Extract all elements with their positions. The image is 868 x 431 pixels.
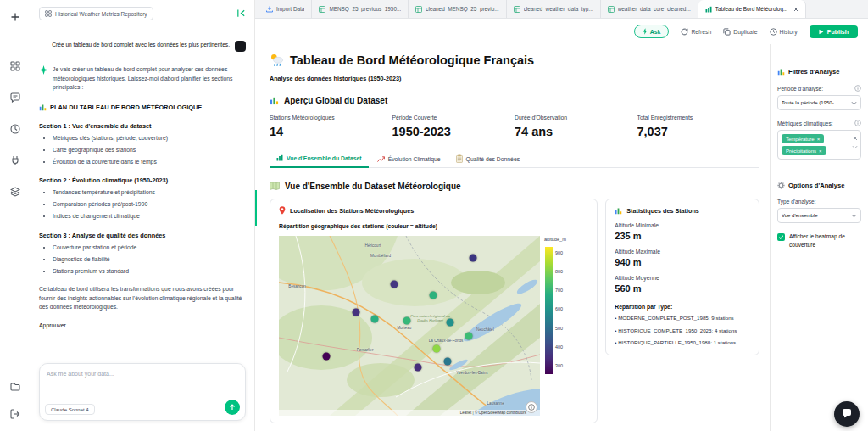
view-tab-label: Qualité des Données	[466, 156, 520, 162]
periode-label: Période d'analyse:	[777, 86, 823, 92]
gear-icon	[777, 182, 785, 189]
map-info-button[interactable]	[526, 401, 537, 413]
map-card-subtitle: Répartition géographique des stations (c…	[279, 223, 588, 229]
model-selector[interactable]: Claude Sonnet 4	[45, 404, 95, 415]
metrics-multiselect[interactable]: Température × Précipitations ×	[777, 130, 861, 160]
station-dot[interactable]	[352, 308, 359, 316]
station-dot[interactable]	[414, 363, 421, 371]
type-analyse-select[interactable]: Vue d'ensemble	[777, 208, 861, 223]
station-dot[interactable]	[443, 358, 451, 366]
view-tab-label: Vue d'Ensemble du Dataset	[287, 155, 362, 161]
tab-import-data[interactable]: Import Data	[259, 0, 312, 18]
heatmap-checkbox[interactable]	[777, 233, 785, 241]
metric-periode: Période Couverte 1950-2023	[392, 115, 515, 138]
tab-vue-ensemble[interactable]: Vue d'Ensemble du Dataset	[270, 151, 369, 168]
close-tab-button[interactable]	[793, 7, 798, 12]
refresh-button[interactable]: Refresh	[681, 28, 711, 36]
legend-tick: 600	[555, 306, 563, 311]
metric-value: 74 ans	[515, 125, 637, 138]
sidebar-item-connections[interactable]	[0, 148, 31, 172]
repository-button[interactable]: Historical Weather Metrics Repository	[39, 7, 153, 20]
station-dot[interactable]	[465, 333, 472, 340]
chat-scroll-area: Historical Weather Metrics Repository Cr…	[31, 0, 254, 350]
history-button[interactable]: History	[770, 28, 798, 36]
tag-precipitations[interactable]: Précipitations ×	[782, 146, 826, 155]
publish-button[interactable]: Publish	[810, 25, 858, 38]
map-card: Localisation des Stations Météorologique…	[270, 199, 598, 423]
remove-tag-icon[interactable]: ×	[819, 148, 822, 154]
remove-tag-icon[interactable]: ×	[817, 137, 821, 142]
support-chat-button[interactable]	[834, 401, 860, 427]
station-dot[interactable]	[446, 318, 453, 326]
tab-qualite-donnees[interactable]: Qualité des Données	[449, 151, 526, 168]
publish-label: Publish	[827, 29, 849, 35]
repository-label: Historical Weather Metrics Repository	[55, 11, 147, 17]
station-dot[interactable]	[322, 353, 330, 361]
page-title: Tableau de Bord Météorologique Français	[290, 53, 534, 67]
type-analyse-label: Type d'analyse:	[777, 199, 816, 204]
duplicate-button[interactable]: Duplicate	[723, 28, 757, 36]
station-map[interactable]: HéricourtMontbéliardBesançonMorteauPonta…	[279, 236, 540, 416]
play-icon	[819, 29, 824, 35]
table-icon	[415, 6, 422, 13]
station-dot[interactable]	[391, 280, 398, 288]
new-chat-button[interactable]	[0, 5, 31, 29]
stat-value: 560 m	[615, 283, 750, 294]
clear-all-icon[interactable]	[853, 136, 858, 141]
tag-label: Température	[786, 137, 815, 142]
ai-sparkle-icon	[39, 65, 48, 92]
ask-label: Ask	[650, 29, 661, 35]
tab-table-1[interactable]: MENSQ_25_previous_1950...	[312, 0, 409, 18]
sidebar-item-history[interactable]	[0, 117, 31, 141]
tab-table-2[interactable]: cleaned_MENSQ_25_previo...	[409, 0, 506, 18]
sidebar-item-conversations[interactable]	[0, 86, 31, 109]
collapse-panel-button[interactable]	[236, 8, 246, 18]
chat-bubble-icon	[841, 408, 853, 420]
view-tab-label: Évolution Climatique	[388, 156, 441, 162]
info-icon[interactable]	[854, 120, 861, 126]
plan-item: Évolution de la couverture dans le temps	[53, 158, 246, 166]
sidebar-item-files[interactable]	[0, 375, 31, 399]
periode-select[interactable]: Toute la période (1950-...	[777, 95, 861, 110]
tab-table-3[interactable]: cleaned_weather_data_typ...	[507, 0, 601, 18]
tab-evolution-climatique[interactable]: Évolution Climatique	[370, 151, 448, 168]
plug-icon	[10, 155, 20, 165]
plan-title: PLAN DU TABLEAU DE BORD MÉTÉOROLOGIQUE	[50, 104, 202, 111]
user-message: Crée un tableau de bord complet avec les…	[52, 41, 230, 49]
metrics-row: Stations Météorologiques 14 Période Couv…	[270, 115, 760, 138]
tab-dashboard[interactable]: Tableau de Bord Météorolog...	[698, 0, 807, 18]
approve-button[interactable]: Approuver	[39, 322, 246, 328]
station-dot[interactable]	[469, 255, 476, 262]
logout-button[interactable]	[0, 402, 31, 426]
station-dot[interactable]	[371, 315, 379, 322]
heatmap-checkbox-row[interactable]: Afficher le heatmap de couverture	[777, 232, 861, 249]
station-dot[interactable]	[429, 291, 437, 299]
icon-rail	[0, 0, 31, 431]
ask-button[interactable]: Ask	[634, 25, 670, 38]
periode-label-row: Période d'analyse:	[777, 85, 861, 92]
stat-label: Altitude Minimale	[615, 222, 750, 228]
panel-divider	[777, 171, 861, 171]
metric-total: Total Enregistrements 7,037	[637, 115, 760, 138]
tab-table-4[interactable]: weather_data_core_cleaned...	[601, 0, 698, 18]
table-icon	[319, 6, 326, 13]
station-dot[interactable]	[403, 316, 410, 324]
plan-section-title: Section 3 : Analyse de qualité des donné…	[39, 232, 246, 239]
info-icon[interactable]	[854, 85, 861, 92]
chevron-down-icon[interactable]	[852, 145, 858, 149]
metric-value: 14	[270, 125, 392, 138]
periode-value: Toute la période (1950-...	[782, 100, 838, 105]
bar-chart-icon	[777, 68, 785, 76]
stat-altitude-min: Altitude Minimale 235 m	[615, 222, 750, 241]
station-dot[interactable]	[432, 345, 440, 353]
stat-label: Altitude Moyenne	[615, 275, 750, 281]
sidebar-item-datasets[interactable]	[0, 180, 31, 204]
send-button[interactable]	[225, 400, 240, 415]
chat-input[interactable]	[40, 364, 245, 393]
duplicate-icon	[723, 28, 731, 36]
sidebar-item-dashboards[interactable]	[0, 54, 31, 78]
legend-tick: 900	[555, 250, 563, 255]
tab-label: Import Data	[276, 6, 304, 12]
tag-temperature[interactable]: Température ×	[782, 134, 824, 143]
clock-icon	[770, 28, 777, 36]
